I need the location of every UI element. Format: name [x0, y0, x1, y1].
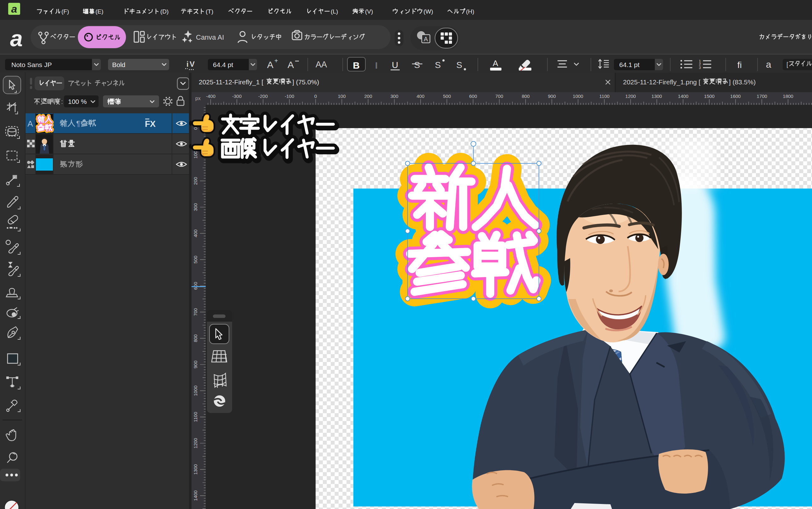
svg-text:1200: 1200: [625, 94, 636, 99]
svg-text:200: 200: [364, 94, 372, 99]
svg-text:1100: 1100: [599, 94, 610, 99]
svg-text:700: 700: [193, 308, 198, 316]
svg-text:64.4 pt: 64.4 pt: [213, 61, 233, 68]
svg-text:300: 300: [390, 94, 398, 99]
svg-text:-400: -400: [206, 94, 216, 99]
svg-text:+: +: [274, 57, 278, 64]
svg-text:i: i: [187, 60, 189, 68]
svg-text:800: 800: [193, 334, 198, 342]
svg-text:900: 900: [193, 361, 198, 368]
svg-text:A: A: [267, 60, 273, 70]
svg-text:(H): (H): [466, 8, 474, 15]
svg-text:1500: 1500: [704, 94, 714, 99]
svg-text:A: A: [27, 119, 33, 129]
svg-text:1000: 1000: [193, 385, 198, 396]
svg-text:Canva AI: Canva AI: [196, 33, 224, 41]
svg-text:px: px: [195, 96, 201, 101]
svg-text:1300: 1300: [651, 94, 662, 99]
svg-text:B: B: [353, 60, 360, 70]
svg-text:2025-11-12-Firefly_1 [: 2025-11-12-Firefly_1 [: [199, 78, 263, 86]
svg-text:100: 100: [338, 94, 346, 99]
svg-text:a: a: [11, 3, 17, 15]
svg-text:A: A: [424, 36, 428, 42]
svg-text:3: 3: [699, 66, 701, 70]
svg-text:(F): (F): [61, 8, 69, 15]
svg-text:V: V: [190, 60, 195, 68]
svg-text:[: [: [786, 61, 788, 68]
svg-text:700: 700: [495, 94, 503, 99]
svg-text:Bold: Bold: [112, 61, 125, 68]
svg-text:600: 600: [469, 94, 477, 99]
svg-text:] (75.0%): ] (75.0%): [292, 78, 319, 86]
svg-text:-100: -100: [285, 94, 294, 99]
svg-text:AA: AA: [316, 60, 327, 69]
svg-text:1800: 1800: [783, 94, 793, 99]
svg-text:400: 400: [416, 94, 424, 99]
svg-text:S: S: [456, 60, 462, 70]
svg-text:] (83.5%): ] (83.5%): [729, 78, 756, 86]
svg-text:A: A: [288, 60, 294, 70]
svg-text:U: U: [392, 60, 398, 70]
svg-text:1200: 1200: [193, 438, 198, 448]
svg-text:1600: 1600: [730, 94, 741, 99]
svg-text:fi: fi: [737, 60, 742, 70]
svg-text:600: 600: [193, 282, 198, 290]
svg-text:S: S: [435, 60, 441, 70]
svg-text:300: 300: [193, 203, 198, 211]
svg-text:100 %: 100 %: [68, 98, 87, 105]
svg-text:(W): (W): [424, 8, 433, 15]
svg-text:500: 500: [443, 94, 451, 99]
svg-text:2025-11-12-Firefly_1.png [: 2025-11-12-Firefly_1.png [: [623, 78, 701, 86]
svg-text:400: 400: [193, 230, 198, 237]
svg-text:1100: 1100: [193, 412, 198, 422]
svg-text:1400: 1400: [193, 490, 198, 501]
svg-text:(T): (T): [206, 8, 213, 15]
svg-text:800: 800: [522, 94, 529, 99]
svg-text:0: 0: [193, 127, 198, 130]
svg-text:I: I: [375, 60, 378, 70]
svg-text:Noto Sans JP: Noto Sans JP: [11, 61, 52, 68]
svg-text:1700: 1700: [756, 94, 767, 99]
svg-text:200: 200: [193, 177, 198, 185]
svg-text:64.1 pt: 64.1 pt: [619, 61, 639, 68]
svg-text::: :: [61, 98, 63, 105]
svg-text:¶: ¶: [76, 120, 80, 128]
svg-text:a: a: [10, 26, 23, 51]
svg-text:-300: -300: [232, 94, 241, 99]
svg-text:F: F: [145, 119, 150, 129]
svg-text:S: S: [414, 60, 420, 70]
svg-text:0: 0: [314, 94, 317, 99]
svg-text:1400: 1400: [678, 94, 688, 99]
svg-text:500: 500: [193, 256, 198, 264]
svg-text:100: 100: [193, 151, 198, 159]
svg-text:-200: -200: [258, 94, 268, 99]
svg-text:a: a: [766, 59, 771, 70]
svg-text:(V): (V): [365, 8, 373, 15]
svg-text:(E): (E): [95, 8, 103, 15]
svg-text:(L): (L): [331, 8, 338, 15]
svg-text:X: X: [150, 119, 156, 129]
svg-text:900: 900: [548, 94, 556, 99]
svg-text:1000: 1000: [573, 94, 583, 99]
svg-text:(D): (D): [160, 8, 168, 15]
svg-text:A: A: [493, 59, 498, 68]
svg-text:1300: 1300: [193, 464, 198, 475]
